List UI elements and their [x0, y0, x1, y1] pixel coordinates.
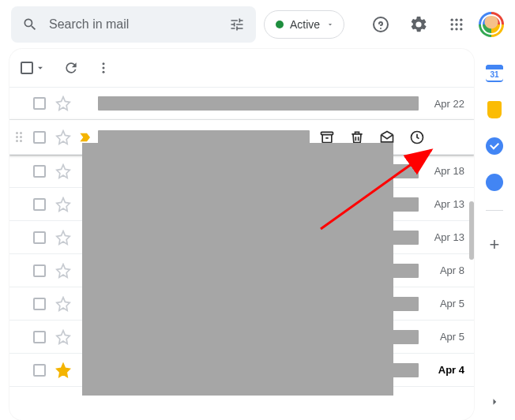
svg-point-7 [451, 28, 453, 30]
row-checkbox[interactable] [33, 364, 46, 377]
message-date: Apr 18 [428, 165, 464, 177]
snooze-icon[interactable] [409, 129, 425, 145]
collapse-panel-button[interactable] [487, 395, 502, 409]
account-avatar[interactable] [479, 12, 504, 37]
calendar-day: 31 [486, 69, 503, 81]
select-all[interactable] [21, 62, 46, 74]
row-checkbox[interactable] [33, 165, 46, 178]
svg-point-4 [451, 23, 453, 25]
row-checkbox[interactable] [33, 264, 46, 277]
status-chip[interactable]: Active [264, 10, 344, 39]
row-checkbox[interactable] [33, 97, 46, 110]
star-icon[interactable] [55, 329, 71, 345]
search-input[interactable] [49, 17, 218, 32]
message-date: Apr 13 [428, 198, 464, 210]
svg-point-5 [455, 23, 457, 25]
svg-point-1 [451, 19, 453, 21]
star-icon[interactable] [55, 163, 71, 179]
star-icon[interactable] [55, 230, 71, 246]
important-marker[interactable] [79, 132, 93, 143]
message-row[interactable]: Apr 22 [9, 87, 474, 120]
row-checkbox[interactable] [33, 298, 46, 310]
checkbox-icon [21, 62, 33, 74]
status-label: Active [290, 18, 320, 31]
row-checkbox[interactable] [33, 331, 46, 343]
refresh-button[interactable] [63, 60, 79, 76]
svg-point-6 [460, 23, 462, 25]
message-date: Apr 4 [428, 364, 464, 376]
apps-button[interactable] [441, 9, 472, 40]
message-preview-redacted [98, 130, 310, 144]
svg-point-10 [103, 62, 105, 65]
support-button[interactable] [365, 9, 397, 40]
redacted-content-block [82, 143, 393, 396]
svg-point-3 [460, 19, 462, 21]
status-dot [276, 21, 284, 28]
tasks-app-icon[interactable] [486, 137, 503, 155]
header-right-icons [365, 9, 504, 40]
search-icon [22, 17, 38, 32]
contacts-app-icon[interactable] [486, 174, 503, 191]
add-app-button[interactable]: + [490, 234, 500, 255]
star-icon[interactable] [55, 129, 71, 145]
svg-point-2 [455, 19, 457, 21]
svg-rect-13 [321, 132, 333, 134]
svg-point-8 [455, 28, 457, 30]
star-icon[interactable] [55, 263, 71, 279]
star-icon[interactable] [55, 296, 71, 312]
side-panel: 31 + [474, 49, 515, 420]
row-checkbox[interactable] [33, 198, 46, 211]
row-checkbox[interactable] [33, 231, 46, 244]
mail-card: Apr 22 Apr 18 Apr 13 Apr [9, 49, 474, 420]
message-date: Apr 8 [428, 264, 464, 276]
svg-point-9 [460, 28, 462, 30]
mail-panel: Apr 22 Apr 18 Apr 13 Apr [0, 49, 474, 420]
star-icon[interactable] [55, 96, 71, 111]
star-icon[interactable] [55, 197, 71, 212]
divider [486, 210, 503, 211]
more-button[interactable] [96, 61, 111, 75]
svg-point-12 [103, 71, 105, 73]
message-date: Apr 5 [428, 298, 464, 309]
search-bar[interactable] [11, 6, 256, 43]
keep-app-icon[interactable] [487, 101, 502, 118]
main-area: Apr 22 Apr 18 Apr 13 Apr [0, 49, 515, 420]
settings-button[interactable] [403, 9, 434, 40]
calendar-app-icon[interactable]: 31 [486, 65, 503, 82]
message-preview-redacted [98, 96, 419, 111]
tune-icon[interactable] [229, 17, 245, 32]
message-list: Apr 22 Apr 18 Apr 13 Apr [9, 87, 474, 387]
row-checkbox[interactable] [33, 131, 46, 144]
header: Active [0, 0, 515, 49]
message-date: Apr 22 [428, 98, 464, 110]
toolbar [9, 49, 474, 87]
chevron-down-icon [326, 21, 334, 28]
message-date: Apr 5 [428, 331, 464, 343]
svg-point-11 [103, 67, 105, 69]
star-icon[interactable] [55, 362, 71, 378]
message-date: Apr 13 [428, 231, 464, 243]
